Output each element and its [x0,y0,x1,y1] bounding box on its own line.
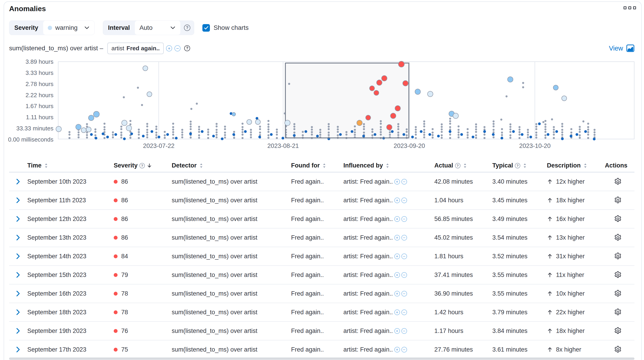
anomaly-marker-low[interactable] [562,96,567,101]
noise-point [594,131,596,133]
y-axis-tick-label: 2.78 hours [4,81,54,88]
noise-point [527,136,529,138]
gear-icon[interactable] [614,252,622,260]
anomaly-marker-low[interactable] [246,119,252,125]
anomaly-marker-critical[interactable] [395,105,401,111]
column-header-time[interactable]: Time [25,162,112,169]
anomaly-marker-warning[interactable] [553,85,558,90]
gear-icon[interactable] [614,308,622,316]
noise-point [510,128,512,130]
filter-out-minus-icon[interactable]: − [401,235,407,240]
anomaly-marker-warning[interactable] [88,115,94,121]
anomaly-marker-low[interactable] [147,92,152,97]
anomaly-marker-low[interactable] [81,127,86,133]
filter-in-plus-icon[interactable]: + [394,216,400,222]
anomaly-marker-low[interactable] [86,127,92,132]
anomaly-marker-low[interactable] [122,120,127,126]
noise-point [104,126,106,128]
detector-cell: sum(listened_to_ms) over artist [170,309,289,316]
anomaly-marker-low[interactable] [255,119,260,125]
anomaly-marker-critical[interactable] [390,113,396,119]
gear-icon[interactable] [614,178,622,185]
table-row: September 19th 202376sum(listened_to_ms)… [9,322,634,340]
gear-icon[interactable] [614,234,622,241]
anomaly-marker-critical[interactable] [402,80,408,86]
time-cell: September 13th 2023 [25,234,112,241]
filter-out-minus-icon[interactable]: − [401,216,407,222]
column-header-detector[interactable]: Detector [170,162,289,169]
column-header-actual[interactable]: Actual? [432,162,490,169]
column-label: Found for [291,162,320,169]
severity-cell: 86 [112,178,170,185]
column-help-icon[interactable]: ? [455,163,460,168]
filter-in-plus-icon[interactable]: + [394,309,400,315]
column-header-typical[interactable]: Typical? [490,162,545,169]
filter-out-minus-icon[interactable]: − [401,309,407,315]
gear-icon[interactable] [614,327,622,335]
sort-icon [322,163,327,168]
anomaly-marker-low[interactable] [126,125,132,131]
column-header-description[interactable]: Description [545,162,602,169]
anomalies-page: Anomalies Severity warning Interval Auto… [0,0,644,360]
anomaly-marker-warning[interactable] [507,77,513,82]
column-header-influenced-by[interactable]: Influenced by [341,162,432,169]
filter-in-plus-icon[interactable]: + [394,272,400,278]
anomaly-marker-critical[interactable] [386,124,392,130]
gear-icon[interactable] [614,290,622,297]
severity-score: 75 [121,346,128,353]
time-cell: September 17th 2023 [25,346,112,353]
filter-in-plus-icon[interactable]: + [394,253,400,259]
filter-out-minus-icon[interactable]: − [401,328,407,334]
anomaly-marker-warning[interactable] [415,89,421,95]
filter-in-plus-icon[interactable]: + [394,198,400,203]
severity-cell: 86 [112,197,170,204]
sort-icon [522,163,528,168]
column-header-severity[interactable]: Severity? [112,162,170,169]
filter-in-plus-icon[interactable]: + [394,179,400,185]
gear-icon[interactable] [614,196,622,204]
column-help-icon[interactable]: ? [140,163,145,168]
gear-icon[interactable] [614,215,622,223]
filter-out-minus-icon[interactable]: − [401,253,407,259]
filter-out-minus-icon[interactable]: − [401,347,407,352]
filter-in-plus-icon[interactable]: + [394,328,400,334]
anomaly-marker-critical[interactable] [398,61,404,67]
anomaly-marker-critical[interactable] [366,115,371,120]
anomaly-marker-critical[interactable] [376,80,382,86]
gear-icon[interactable] [614,346,622,353]
noise-point [449,123,451,125]
noise-point [544,126,546,128]
anomaly-marker-warning[interactable] [76,124,82,130]
anomaly-marker-warning[interactable] [232,112,236,116]
filter-in-plus-icon[interactable]: + [394,347,400,352]
anomaly-marker-critical[interactable] [369,86,375,91]
influenced-by-cell: artist: Fred again..+− [341,178,432,185]
column-help-icon[interactable]: ? [515,163,520,168]
filter-out-minus-icon[interactable]: − [401,291,407,296]
x-gridline [283,62,283,139]
anomaly-marker-low[interactable] [284,120,290,126]
noise-point [518,129,520,131]
filter-in-plus-icon[interactable]: + [394,235,400,240]
column-header-actions: Actions [602,162,634,169]
anomaly-marker-low[interactable] [453,113,459,119]
anomaly-marker-warning[interactable] [93,111,100,117]
filter-out-minus-icon[interactable]: − [401,198,407,203]
anomaly-marker-critical[interactable] [381,75,387,81]
severity-score: 86 [121,215,128,223]
anomaly-marker-low[interactable] [142,66,148,71]
noise-point [172,129,174,131]
column-header-found-for[interactable]: Found for [289,162,341,169]
horizontal-scrollbar[interactable] [9,357,634,360]
table-row: September 18th 202378sum(listened_to_ms)… [9,303,634,322]
metric-point [189,132,192,135]
anomaly-marker-major[interactable] [356,120,362,126]
noise-point [535,132,537,134]
filter-out-minus-icon[interactable]: − [401,179,407,185]
anomaly-marker-low[interactable] [56,126,62,132]
filter-out-minus-icon[interactable]: − [401,272,407,278]
severity-cell: 78 [112,290,170,297]
anomaly-marker-low[interactable] [427,91,433,97]
filter-in-plus-icon[interactable]: + [394,291,400,296]
gear-icon[interactable] [614,271,622,279]
